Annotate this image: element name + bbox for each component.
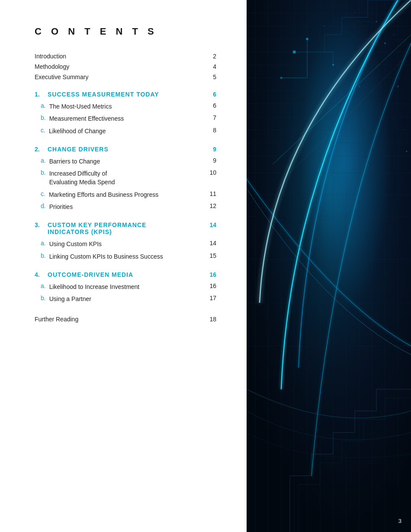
s2-sub-b: b. Increased Difficulty ofEvaluating Med…	[35, 169, 216, 187]
s3-label-a: Using Custom KPIs	[49, 240, 203, 248]
s2-page-d: 12	[203, 202, 216, 209]
svg-point-36	[358, 86, 360, 87]
further-reading-page: 18	[203, 316, 216, 323]
page-number: 3	[398, 518, 401, 524]
svg-rect-1	[247, 0, 411, 532]
svg-point-44	[376, 21, 377, 22]
methodology-label: Methodology	[35, 63, 203, 70]
section-4-page: 16	[203, 271, 216, 278]
svg-point-37	[384, 42, 386, 44]
s2-label-c: Marketing Efforts and Business Progress	[49, 190, 203, 199]
s2-letter-b: b.	[35, 169, 46, 176]
exec-summary-page: 5	[203, 74, 216, 80]
right-panel: 3	[247, 0, 411, 532]
section-4-num: 4.	[35, 271, 44, 278]
section-1-page: 6	[203, 91, 216, 98]
s2-page-c: 11	[203, 190, 216, 197]
s3-letter-b: b.	[35, 252, 46, 259]
section-4-title: OUTCOME-DRIVEN MEDIA	[48, 271, 203, 278]
s3-page-b: 15	[203, 252, 216, 259]
s2-letter-d: d.	[35, 202, 46, 209]
s1-label-a: The Most-Used Metrics	[49, 102, 203, 111]
s4-sub-a: a. Likelihood to Increase Investment 16	[35, 282, 216, 291]
section-3-page: 14	[203, 221, 216, 228]
s2-page-b: 10	[203, 169, 216, 176]
s2-label-d: Priorities	[49, 202, 203, 211]
section-2-header: 2. CHANGE DRIVERS 9	[35, 146, 216, 153]
section-1-num: 1.	[35, 91, 44, 98]
section-3-title: CUSTOM KEY PERFORMANCEINDICATORS (KPIS)	[48, 221, 203, 235]
section-3-header: 3. CUSTOM KEY PERFORMANCEINDICATORS (KPI…	[35, 221, 216, 235]
plain-entries: Introduction 2 Methodology 4 Executive S…	[35, 53, 216, 80]
s3-label-b: Linking Custom KPIs to Business Success	[49, 252, 203, 261]
s4-letter-a: a.	[35, 282, 46, 289]
section-2-page: 9	[203, 146, 216, 153]
s1-sub-b: b. Measurement Effectiveness 7	[35, 114, 216, 123]
exec-summary-label: Executive Summary	[35, 74, 203, 80]
section-1-title: SUCCESS MEASUREMENT TODAY	[48, 91, 203, 98]
s1-label-b: Measurement Effectiveness	[49, 114, 203, 123]
svg-point-45	[393, 34, 394, 35]
s1-page-a: 6	[203, 102, 216, 109]
further-reading-label: Further Reading	[35, 316, 203, 323]
s2-sub-d: d. Priorities 12	[35, 202, 216, 211]
s4-sub-b: b. Using a Partner 17	[35, 295, 216, 303]
s3-letter-a: a.	[35, 240, 46, 247]
s1-sub-c: c. Likelihood of Change 8	[35, 127, 216, 135]
s2-page-a: 9	[203, 157, 216, 164]
s2-sub-c: c. Marketing Efforts and Business Progre…	[35, 190, 216, 199]
s4-page-b: 17	[203, 295, 216, 301]
s2-letter-a: a.	[35, 157, 46, 164]
s4-label-a: Likelihood to Increase Investment	[49, 282, 203, 291]
s2-sub-a: a. Barriers to Change 9	[35, 157, 216, 166]
s4-letter-b: b.	[35, 295, 46, 301]
intro-label: Introduction	[35, 53, 203, 60]
section-4-header: 4. OUTCOME-DRIVEN MEDIA 16	[35, 271, 216, 278]
s3-sub-b: b. Linking Custom KPIs to Business Succe…	[35, 252, 216, 261]
left-panel: C O N T E N T S Introduction 2 Methodolo…	[0, 0, 247, 532]
s2-letter-c: c.	[35, 190, 45, 197]
section-3-num: 3.	[35, 221, 44, 228]
contents-heading: C O N T E N T S	[35, 26, 216, 37]
svg-point-46	[354, 13, 355, 13]
section-1-header: 1. SUCCESS MEASUREMENT TODAY 6	[35, 91, 216, 98]
s2-label-a: Barriers to Change	[49, 157, 203, 166]
exec-summary-entry: Executive Summary 5	[35, 74, 216, 80]
s1-label-c: Likelihood of Change	[49, 127, 203, 135]
s3-sub-a: a. Using Custom KPIs 14	[35, 240, 216, 248]
s1-letter-a: a.	[35, 102, 46, 109]
s1-page-b: 7	[203, 114, 216, 121]
intro-page: 2	[203, 53, 216, 60]
s1-page-c: 8	[203, 127, 216, 134]
s4-label-b: Using a Partner	[49, 295, 203, 303]
section-2-title: CHANGE DRIVERS	[48, 146, 203, 153]
s2-label-b: Increased Difficulty ofEvaluating Media …	[49, 169, 203, 187]
section-2-num: 2.	[35, 146, 44, 153]
further-reading-entry: Further Reading 18	[35, 316, 216, 323]
s1-letter-c: c.	[35, 127, 45, 134]
s1-sub-a: a. The Most-Used Metrics 6	[35, 102, 216, 111]
s1-letter-b: b.	[35, 114, 46, 121]
svg-point-49	[406, 151, 408, 152]
methodology-page: 4	[203, 63, 216, 70]
s4-page-a: 16	[203, 282, 216, 289]
svg-point-48	[397, 86, 399, 87]
svg-point-47	[324, 26, 325, 27]
methodology-entry: Methodology 4	[35, 63, 216, 70]
intro-entry: Introduction 2	[35, 53, 216, 60]
s3-page-a: 14	[203, 240, 216, 247]
